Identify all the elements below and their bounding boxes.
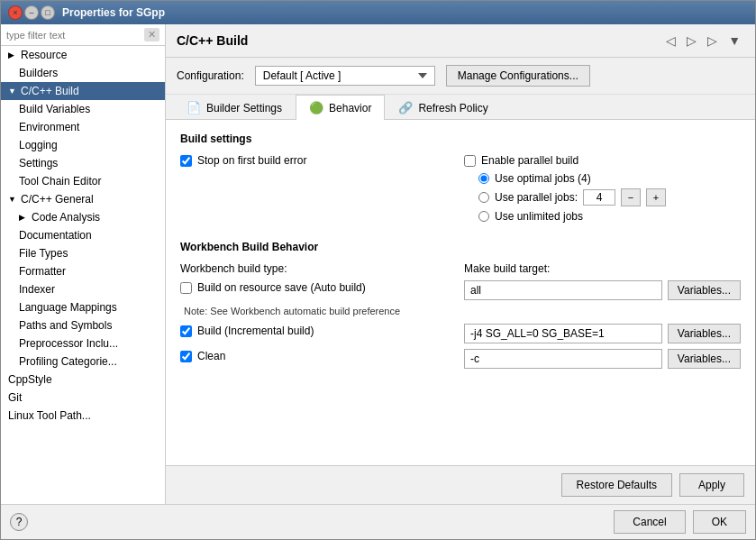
sidebar-item-documentation[interactable]: Documentation (1, 226, 165, 244)
forward-button-2[interactable]: ▷ (704, 32, 721, 50)
auto-build-target-row: Variables... (464, 280, 741, 300)
stop-on-error-row: Stop on first build error (180, 154, 457, 167)
menu-button[interactable]: ▼ (724, 32, 744, 50)
parallel-jobs-row: Use parallel jobs: − + (464, 188, 741, 206)
sidebar-label-language-mappings: Language Mappings (19, 301, 117, 314)
sidebar-label-cpp-build: C/C++ Build (21, 85, 79, 97)
forward-button-1[interactable]: ▷ (683, 32, 700, 50)
manage-configurations-button[interactable]: Manage Configurations... (446, 65, 590, 87)
sidebar-item-environment[interactable]: Environment (1, 118, 165, 136)
stop-on-error-checkbox[interactable] (180, 155, 192, 167)
tab-behavior[interactable]: 🟢 Behavior (296, 95, 385, 120)
sidebar-item-code-analysis[interactable]: ▶ Code Analysis (1, 208, 165, 226)
maximize-button[interactable]: □ (41, 5, 55, 20)
sidebar-item-tool-chain-editor[interactable]: Tool Chain Editor (1, 172, 165, 190)
sidebar-item-builders[interactable]: Builders (1, 64, 165, 82)
build-settings-right: Enable parallel build Use optimal jobs (… (464, 154, 741, 226)
incremental-checkbox[interactable] (180, 325, 192, 337)
auto-build-checkbox[interactable] (180, 282, 192, 294)
sidebar-label-formatter: Formatter (19, 265, 66, 278)
back-button[interactable]: ◁ (662, 32, 679, 50)
tab-refresh-policy-label: Refresh Policy (418, 102, 487, 114)
sidebar-label-builders: Builders (19, 67, 58, 79)
clean-label: Clean (197, 350, 225, 362)
incremental-variables-button[interactable]: Variables... (668, 324, 741, 343)
tab-builder-settings[interactable]: 📄 Builder Settings (173, 95, 296, 120)
footer-actions: Cancel OK (614, 510, 746, 534)
clean-checkbox-row: Clean (180, 350, 457, 362)
sidebar-item-settings[interactable]: Settings (1, 154, 165, 172)
use-optimal-radio[interactable] (478, 173, 489, 184)
expand-arrow-cpp-build: ▼ (8, 87, 17, 96)
clean-target-row: Variables... (464, 349, 741, 369)
sidebar-label-profiling-categories: Profiling Categorie... (19, 355, 117, 368)
close-button[interactable]: × (8, 5, 23, 20)
build-settings-title: Build settings (180, 133, 741, 145)
sidebar-item-build-variables[interactable]: Build Variables (1, 100, 165, 118)
jobs-decrement-button[interactable]: − (621, 188, 641, 206)
wb-auto-build-row: Build on resource save (Auto build) Vari… (180, 280, 741, 300)
use-unlimited-row: Use unlimited jobs (464, 210, 741, 223)
jobs-increment-button[interactable]: + (646, 188, 666, 206)
build-settings-left: Stop on first build error (180, 154, 457, 226)
sidebar-label-file-types: File Types (19, 247, 68, 260)
sidebar-item-cpp-general[interactable]: ▼ C/C++ General (1, 190, 165, 208)
incremental-target-row: Variables... (464, 324, 741, 343)
sidebar-item-git[interactable]: Git (1, 389, 165, 407)
wb-type-label: Workbench build type: (180, 262, 457, 275)
wb-note: Note: See Workbench automatic build pref… (180, 306, 741, 316)
filter-clear-button[interactable]: ✕ (144, 28, 159, 41)
sidebar-item-cppstyle[interactable]: CppStyle (1, 371, 165, 389)
auto-build-target-input[interactable] (464, 280, 662, 300)
enable-parallel-checkbox[interactable] (464, 155, 476, 167)
tab-behavior-label: Behavior (329, 102, 371, 114)
restore-defaults-button[interactable]: Restore Defaults (561, 473, 672, 497)
clean-target-input[interactable] (464, 349, 662, 369)
config-select[interactable]: Default [ Active ] (255, 66, 435, 86)
help-button[interactable]: ? (10, 513, 28, 531)
sidebar-item-formatter[interactable]: Formatter (1, 262, 165, 280)
footer: ? Cancel OK (1, 504, 755, 539)
sidebar-item-linux-tool-path[interactable]: Linux Tool Path... (1, 407, 165, 425)
sidebar-item-logging[interactable]: Logging (1, 136, 165, 154)
minimize-button[interactable]: – (24, 5, 39, 20)
auto-build-variables-button[interactable]: Variables... (668, 280, 741, 300)
clean-checkbox[interactable] (180, 351, 192, 362)
title-bar: × – □ Properties for SGpp (1, 1, 755, 24)
sidebar-item-cpp-build[interactable]: ▼ C/C++ Build (1, 82, 165, 100)
sidebar-item-preprocessor-includes[interactable]: Preprocessor Inclu... (1, 334, 165, 352)
sidebar-label-environment: Environment (19, 121, 79, 133)
use-unlimited-label: Use unlimited jobs (495, 210, 583, 223)
refresh-policy-icon: 🔗 (398, 101, 413, 114)
use-optimal-row: Use optimal jobs (4) (464, 172, 741, 185)
wb-target-label: Make build target: (464, 262, 741, 275)
sidebar-item-indexer[interactable]: Indexer (1, 280, 165, 298)
auto-build-checkbox-row: Build on resource save (Auto build) (180, 281, 457, 294)
sidebar-item-resource[interactable]: ▶ Resource (1, 46, 165, 64)
filter-input[interactable] (6, 30, 141, 41)
incremental-target-input[interactable] (464, 324, 662, 343)
sidebar-item-paths-and-symbols[interactable]: Paths and Symbols (1, 316, 165, 334)
sidebar: ✕ ▶ Resource Builders ▼ C/C++ Build Buil… (1, 24, 166, 504)
toolbar-icons: ◁ ▷ ▷ ▼ (662, 32, 744, 50)
parallel-jobs-input[interactable] (583, 189, 615, 206)
use-parallel-radio[interactable] (478, 192, 489, 203)
sidebar-label-settings: Settings (19, 157, 58, 169)
sidebar-item-language-mappings[interactable]: Language Mappings (1, 298, 165, 316)
content-area: Build settings Stop on first build error (166, 120, 755, 465)
enable-parallel-label: Enable parallel build (481, 154, 578, 167)
apply-button[interactable]: Apply (679, 473, 744, 497)
clean-variables-button[interactable]: Variables... (668, 349, 741, 369)
sidebar-item-profiling-categories[interactable]: Profiling Categorie... (1, 352, 165, 371)
wb-header-row: Workbench build type: Make build target: (180, 262, 741, 275)
ok-button[interactable]: OK (693, 510, 746, 534)
cancel-button[interactable]: Cancel (614, 510, 685, 534)
filter-box: ✕ (1, 24, 165, 46)
sidebar-label-cppstyle: CppStyle (8, 373, 52, 386)
title-bar-buttons: × – □ (8, 5, 55, 20)
tab-refresh-policy[interactable]: 🔗 Refresh Policy (385, 95, 501, 120)
sidebar-label-linux-tool-path: Linux Tool Path... (8, 409, 91, 422)
expand-arrow-resource: ▶ (8, 50, 17, 59)
use-unlimited-radio[interactable] (478, 211, 489, 222)
sidebar-item-file-types[interactable]: File Types (1, 244, 165, 262)
